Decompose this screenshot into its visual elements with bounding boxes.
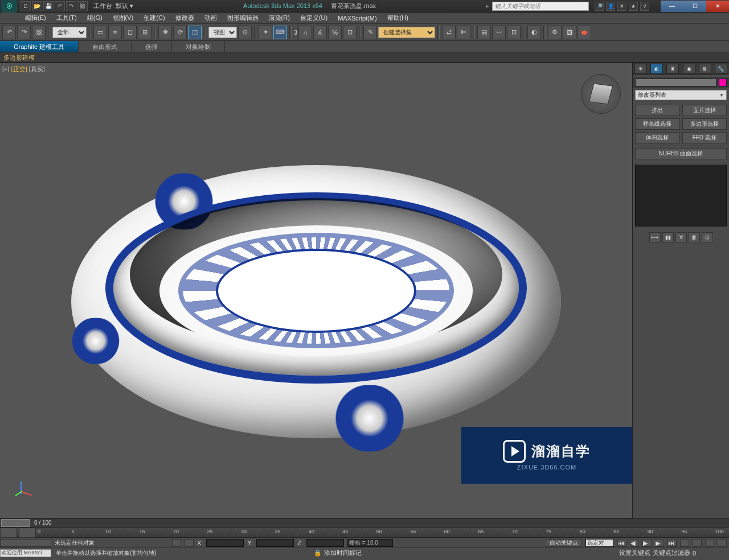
align-icon[interactable]: ⊫ [457, 26, 470, 39]
qat-redo-icon[interactable]: ↷ [66, 1, 76, 11]
snap-3d-icon[interactable]: ∩ [298, 26, 312, 39]
trackbar-key-icon[interactable] [19, 528, 36, 538]
render-frame-icon[interactable]: 🖼 [563, 26, 576, 39]
scale-icon[interactable]: ◫ [188, 26, 202, 39]
play-prev-icon[interactable]: ◀ [630, 539, 639, 547]
minimize-button[interactable]: — [661, 1, 683, 12]
keyboard-shortcut-icon[interactable]: ⌨ [273, 26, 287, 39]
viewport[interactable]: [+] [正交] [真实] 溜溜自学 ZIXUE.3D66.COM [0, 63, 632, 518]
menu-modifiers[interactable]: 修改器 [171, 13, 199, 23]
qat-link-icon[interactable]: ⛓ [77, 1, 88, 11]
make-unique-icon[interactable]: ∀ [675, 232, 687, 242]
track-bar[interactable]: 0510152025303540455055606570758085909510… [0, 527, 729, 537]
undo-icon[interactable]: ↶ [2, 26, 16, 39]
rotate-icon[interactable]: ⟳ [173, 26, 187, 39]
coord-z-input[interactable] [306, 539, 344, 547]
menu-edit[interactable]: 编辑(E) [21, 13, 51, 23]
show-end-icon[interactable]: ▮▮ [662, 232, 674, 242]
mod-btn-facesel[interactable]: 面片选择 [682, 105, 727, 116]
modifier-list-dropdown[interactable]: 修改器列表 [635, 90, 727, 100]
search-input[interactable] [492, 2, 589, 11]
favorites-icon[interactable]: ★ [629, 2, 638, 11]
redo-icon[interactable]: ↷ [17, 26, 31, 39]
add-time-tag-button[interactable]: 添加时间标记 [324, 549, 362, 557]
maximize-button[interactable]: ☐ [683, 1, 706, 12]
infocenter-icon[interactable]: 🔎 [595, 2, 604, 11]
configure-icon[interactable]: ⊡ [702, 232, 713, 242]
menu-grapheditors[interactable]: 图形编辑器 [223, 13, 263, 23]
help-icon[interactable]: ? [640, 2, 649, 11]
exchange-icon[interactable]: ✕ [617, 2, 626, 11]
mod-btn-extrude[interactable]: 挤出 [635, 105, 680, 116]
qat-open-icon[interactable]: 📂 [32, 1, 42, 11]
pivot-icon[interactable]: ⊙ [238, 26, 252, 39]
app-logo[interactable]: ⦿ [1, 0, 17, 13]
cp-tab-create-icon[interactable]: ✳ [634, 64, 647, 74]
ref-coord-select[interactable]: 视图 [208, 27, 237, 38]
play-last-icon[interactable]: ⏭ [667, 539, 677, 547]
absolute-mode-icon[interactable] [185, 539, 194, 547]
tab-paint[interactable]: 对象绘制 [172, 41, 225, 52]
layer-icon[interactable]: ▤ [477, 26, 491, 39]
select-name-icon[interactable]: ≡ [108, 26, 122, 39]
spinner-snap-icon[interactable]: ⊡ [343, 26, 357, 39]
keyfilter-button[interactable]: 关键点过滤器 [653, 549, 690, 557]
modifier-stack[interactable] [635, 164, 727, 227]
menu-help[interactable]: 帮助(H) [383, 13, 413, 23]
menu-maxscript[interactable]: MAXScript(M) [333, 14, 381, 23]
nav-zoom-icon[interactable] [680, 539, 689, 547]
select-icon[interactable]: ▭ [93, 26, 107, 39]
nav-fov-icon[interactable] [718, 539, 727, 547]
named-sel-set-select[interactable]: 创建选择集 [378, 27, 435, 38]
tab-freeform[interactable]: 自由形式 [79, 41, 132, 52]
pin-stack-icon[interactable]: ⟼ [649, 232, 661, 242]
window-crossing-icon[interactable]: ⊞ [138, 26, 151, 39]
time-slider[interactable]: 0 / 100 [0, 518, 729, 527]
qat-new-icon[interactable]: 🗋 [21, 1, 31, 11]
lock-selection-icon[interactable] [172, 539, 181, 547]
setkey-button[interactable]: 设置关键点 [619, 549, 650, 557]
close-button[interactable]: ✕ [706, 1, 729, 12]
cp-tab-hierarchy-icon[interactable]: ♜ [666, 64, 679, 74]
cp-tab-motion-icon[interactable]: ◉ [683, 64, 695, 74]
menu-customize[interactable]: 自定义(U) [296, 13, 332, 23]
qat-save-icon[interactable]: 💾 [43, 1, 54, 11]
render-setup-icon[interactable]: ⚙ [548, 26, 562, 39]
link-icon[interactable]: ⛓ [32, 26, 46, 39]
cp-tab-modify-icon[interactable]: ◐ [650, 64, 663, 74]
render-icon[interactable]: 🫖 [578, 26, 591, 39]
curve-editor-icon[interactable]: 〰 [492, 26, 506, 39]
play-next-icon[interactable]: ▶ [655, 539, 664, 547]
select-manipulate-icon[interactable]: ✦ [259, 26, 272, 39]
nav-pan-icon[interactable] [705, 539, 714, 547]
percent-snap-icon[interactable]: % [328, 26, 342, 39]
play-first-icon[interactable]: ⏮ [617, 539, 626, 547]
cp-tab-utilities-icon[interactable]: 🔧 [715, 64, 727, 74]
maxscript-listener[interactable]: 欢迎使用 MAXSci [0, 549, 51, 557]
lock-icon[interactable]: 🔒 [314, 549, 322, 557]
signin-icon[interactable]: 👤 [606, 2, 615, 11]
qat-undo-icon[interactable]: ↶ [55, 1, 65, 11]
move-icon[interactable]: ✥ [158, 26, 172, 39]
current-frame-input[interactable]: 0 [693, 550, 715, 557]
tab-graphite[interactable]: Graphite 建模工具 [0, 41, 79, 52]
angle-snap-icon[interactable]: ∡ [313, 26, 327, 39]
coord-x-input[interactable] [206, 539, 244, 547]
workspace-selector[interactable]: 工作台: 默认 ▾ [93, 2, 133, 10]
play-icon[interactable]: ▶ [642, 539, 652, 547]
remove-mod-icon[interactable]: 🗑 [689, 232, 700, 242]
autokey-button[interactable]: 自动关键点 [546, 539, 582, 547]
menu-animation[interactable]: 动画 [200, 13, 222, 23]
menu-tools[interactable]: 工具(T) [52, 13, 81, 23]
edit-named-sel-icon[interactable]: ✎ [363, 26, 377, 39]
selection-filter-select[interactable]: 全部 [52, 27, 87, 38]
tab-selection[interactable]: 选择 [132, 41, 172, 52]
mod-btn-polysel[interactable]: 多边形选择 [682, 118, 727, 130]
menu-group[interactable]: 组(G) [83, 13, 107, 23]
material-editor-icon[interactable]: ◐ [527, 26, 541, 39]
trackbar-open-icon[interactable] [0, 528, 17, 538]
mirror-icon[interactable]: ⇄ [442, 26, 456, 39]
ribbon-panel-label[interactable]: 多边形建模 [0, 52, 729, 63]
mod-btn-ffdsel[interactable]: FFD 选择 [682, 132, 727, 143]
coord-y-input[interactable] [256, 539, 294, 547]
